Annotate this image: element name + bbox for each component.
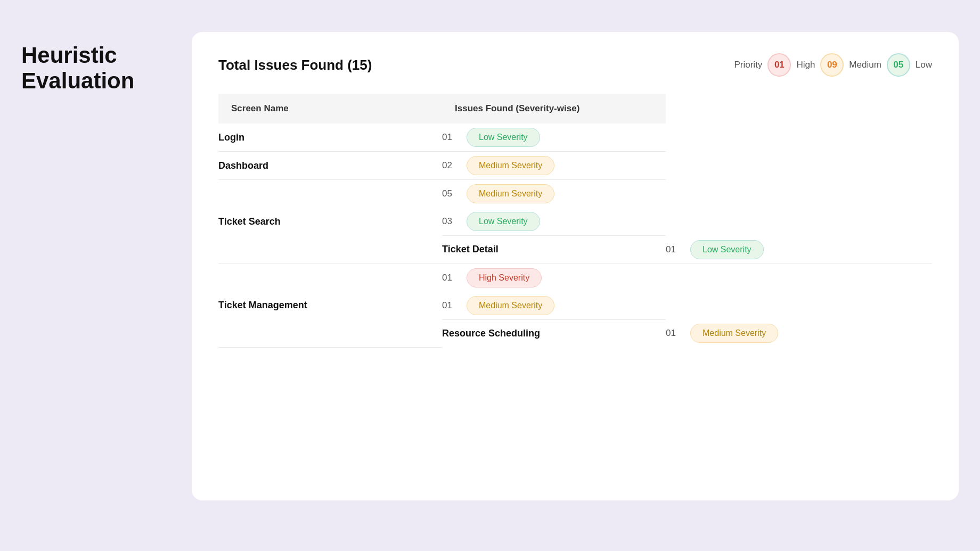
severity-badge: Medium Severity bbox=[690, 324, 778, 343]
issue-row: 01Low Severity bbox=[666, 236, 932, 264]
severity-badge: Low Severity bbox=[690, 240, 764, 259]
total-issues-title: Total Issues Found (15) bbox=[218, 57, 721, 73]
issue-count: 02 bbox=[442, 160, 458, 171]
issue-row: 01High Severity bbox=[442, 264, 666, 292]
screen-name-cell: Resource Scheduling bbox=[442, 319, 666, 347]
table-row: Ticket Management01High Severity01Medium… bbox=[218, 264, 932, 319]
issue-count: 01 bbox=[442, 132, 458, 143]
col-issues-found: Issues Found (Severity-wise) bbox=[442, 94, 666, 124]
issue-count: 03 bbox=[442, 216, 458, 227]
low-label: Low bbox=[916, 60, 932, 70]
issues-cell: 05Medium Severity03Low Severity bbox=[442, 180, 666, 236]
screen-name-cell: Ticket Detail bbox=[442, 236, 666, 264]
col-screen-name: Screen Name bbox=[218, 94, 442, 124]
main-card: Total Issues Found (15) Priority 01 High… bbox=[192, 32, 959, 500]
issue-row: 01Medium Severity bbox=[666, 319, 932, 347]
severity-badge: Medium Severity bbox=[467, 156, 554, 175]
issue-row: 03Low Severity bbox=[442, 208, 666, 235]
page-title: Heuristic Evaluation bbox=[21, 43, 170, 94]
table-row: Login01Low Severity bbox=[218, 124, 932, 152]
screen-name-cell: Dashboard bbox=[218, 152, 442, 180]
medium-count-badge: 09 bbox=[820, 53, 844, 77]
severity-badge: Low Severity bbox=[467, 212, 540, 231]
card-header: Total Issues Found (15) Priority 01 High… bbox=[218, 53, 932, 77]
severity-badge: Medium Severity bbox=[467, 184, 554, 203]
issues-cell: 01Low Severity bbox=[442, 124, 666, 152]
priority-label: Priority bbox=[734, 60, 762, 70]
table-row: Ticket Search05Medium Severity03Low Seve… bbox=[218, 180, 932, 236]
issues-cell: 01High Severity01Medium Severity bbox=[442, 264, 666, 319]
issue-count: 01 bbox=[666, 328, 682, 339]
issue-count: 05 bbox=[442, 188, 458, 199]
screen-name-cell: Ticket Management bbox=[218, 264, 442, 347]
issue-row: 01Medium Severity bbox=[442, 292, 666, 319]
severity-badge: Medium Severity bbox=[467, 296, 554, 315]
issues-cell: 02Medium Severity bbox=[442, 152, 666, 180]
low-count-badge: 05 bbox=[887, 53, 910, 77]
high-label: High bbox=[796, 60, 815, 70]
screen-name-cell: Login bbox=[218, 124, 442, 152]
screen-name-cell: Ticket Search bbox=[218, 180, 442, 264]
issue-count: 01 bbox=[442, 273, 458, 283]
issue-row: 01Low Severity bbox=[442, 124, 666, 151]
sidebar: Heuristic Evaluation bbox=[21, 32, 170, 94]
medium-label: Medium bbox=[849, 60, 881, 70]
high-count-badge: 01 bbox=[767, 53, 791, 77]
issue-row: 02Medium Severity bbox=[442, 152, 666, 179]
severity-badge: High Severity bbox=[467, 268, 542, 287]
table-row: Dashboard02Medium Severity bbox=[218, 152, 932, 180]
issue-row: 05Medium Severity bbox=[442, 180, 666, 208]
issue-count: 01 bbox=[442, 300, 458, 311]
issue-count: 01 bbox=[666, 244, 682, 255]
page-layout: Heuristic Evaluation Total Issues Found … bbox=[21, 32, 959, 500]
issues-table: Screen Name Issues Found (Severity-wise)… bbox=[218, 94, 932, 348]
severity-badge: Low Severity bbox=[467, 128, 540, 147]
priority-group: Priority 01 High 09 Medium 05 Low bbox=[734, 53, 932, 77]
table-header-row: Screen Name Issues Found (Severity-wise) bbox=[218, 94, 932, 124]
issues-cell: 01Low Severity bbox=[666, 236, 932, 264]
issues-cell: 01Medium Severity bbox=[666, 319, 932, 347]
